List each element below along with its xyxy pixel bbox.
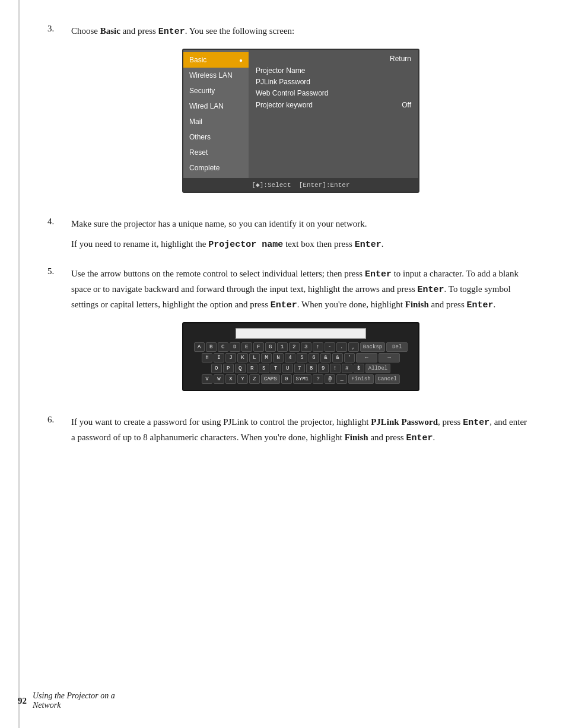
key-question: ?: [313, 374, 323, 384]
key-Z: Z: [249, 374, 260, 384]
key-6: 6: [309, 353, 319, 363]
key-E: E: [241, 342, 252, 352]
page-number: 92: [18, 696, 27, 706]
key-G: G: [265, 342, 276, 352]
key-finish: Finish: [348, 374, 373, 384]
keyword-value: Off: [402, 100, 411, 111]
menu-status-bar: [◆]:Select [Enter]:Enter: [183, 178, 418, 192]
key-dash: -: [325, 342, 335, 352]
kb-row-3: O P Q R S T U 7 8 9 ! # $ AllDel: [188, 364, 414, 373]
enter-code-8: Enter: [406, 433, 433, 443]
step-6: 6. If you want to create a password for …: [47, 415, 530, 446]
key-del: Del: [386, 342, 408, 352]
enter-code-7: Enter: [463, 418, 489, 428]
kb-row-2: H I J K L M N 4 5 6 & & ' ← →: [188, 353, 414, 363]
menu-item-basic-label: Basic: [189, 56, 206, 64]
menu-return-label: Return: [256, 55, 411, 63]
enter-code-5: Enter: [271, 300, 297, 310]
key-cancel: Cancel: [375, 374, 400, 384]
menu-item-wired: Wired LAN: [183, 98, 249, 114]
key-backsp: Backsp: [360, 342, 385, 352]
menu-right-panel: Return Projector Name PJLink Password We…: [249, 50, 418, 178]
enter-code-1: Enter: [158, 27, 185, 37]
key-O: O: [211, 364, 222, 373]
key-quote: ': [344, 353, 355, 363]
keyword-label: Projector keyword: [256, 100, 313, 111]
key-at: @: [325, 374, 335, 384]
projector-name-ref: Projector name: [208, 240, 283, 250]
menu-option-projector-name: Projector Name: [256, 65, 411, 77]
step-5: 5. Use the arrow buttons on the remote c…: [47, 266, 530, 400]
step-4-content: Make sure the projector has a unique nam…: [71, 217, 530, 252]
keyboard-screenshot: A B C D E F G 1 2 3 ↑ - . , Backsp Del H…: [182, 322, 419, 391]
key-D: D: [230, 342, 240, 352]
key-T: T: [271, 364, 281, 373]
key-C: C: [218, 342, 228, 352]
projector-menu-screenshot: Basic ● Wireless LAN Security Wired LAN …: [182, 49, 419, 193]
menu-option-pjlink: PJLink Password: [256, 77, 411, 88]
key-B: B: [206, 342, 217, 352]
key-M: M: [261, 353, 272, 363]
menu-item-others: Others: [183, 129, 249, 145]
key-comma: ,: [348, 342, 359, 352]
key-dollar: $: [354, 364, 364, 373]
page-border-line: [18, 0, 20, 728]
menu-option-keyword: Projector keyword Off: [256, 100, 411, 111]
step-5-number: 5.: [47, 266, 71, 400]
menu-item-wireless: Wireless LAN: [183, 68, 249, 83]
menu-item-basic: Basic ●: [183, 52, 249, 68]
step-6-number: 6.: [47, 415, 71, 446]
key-Q: Q: [235, 364, 246, 373]
key-uparrow: ↑: [313, 342, 323, 352]
key-Y: Y: [237, 374, 248, 384]
page-footer: 92 Using the Projector on a Network: [0, 691, 119, 710]
step-3-content: Choose Basic and press Enter. You see th…: [71, 24, 530, 202]
key-alldel: AllDel: [365, 364, 390, 373]
key-excl: !: [330, 364, 341, 373]
key-J: J: [225, 353, 236, 363]
key-4: 4: [285, 353, 295, 363]
key-9: 9: [318, 364, 329, 373]
step-4-para2: If you need to rename it, highlight the …: [71, 237, 530, 252]
step-5-para1: Use the arrow buttons on the remote cont…: [71, 266, 530, 313]
key-A: A: [194, 342, 205, 352]
key-N: N: [273, 353, 284, 363]
kb-row-4: V W X Y Z CAPS 0 SYM1 ? @ _ Finish Cance…: [188, 374, 414, 384]
key-dot: .: [336, 342, 347, 352]
key-H: H: [202, 353, 212, 363]
key-caps: CAPS: [261, 374, 280, 384]
step-3-text: Choose Basic and press Enter. You see th…: [71, 24, 530, 39]
pjlink-bold: PJLink Password: [371, 417, 438, 427]
key-X: X: [225, 374, 236, 384]
step-6-content: If you want to create a password for usi…: [71, 415, 530, 446]
finish-bold-1: Finish: [405, 300, 429, 309]
key-2: 2: [289, 342, 300, 352]
key-U: U: [282, 364, 293, 373]
key-left: ←: [356, 353, 377, 363]
key-R: R: [247, 364, 257, 373]
kb-row-1: A B C D E F G 1 2 3 ↑ - . , Backsp Del: [188, 342, 414, 352]
enter-code-2: Enter: [355, 240, 381, 250]
step-5-content: Use the arrow buttons on the remote cont…: [71, 266, 530, 400]
key-hash: #: [342, 364, 352, 373]
enter-code-6: Enter: [467, 300, 494, 310]
key-right: →: [379, 353, 400, 363]
key-S: S: [259, 364, 269, 373]
menu-item-reset: Reset: [183, 145, 249, 160]
key-sym1: SYM1: [293, 374, 312, 384]
page-label: Using the Projector on a Network: [33, 691, 119, 710]
step-3: 3. Choose Basic and press Enter. You see…: [47, 24, 530, 202]
key-underscore: _: [336, 374, 347, 384]
enter-code-4: Enter: [418, 285, 444, 295]
key-I: I: [214, 353, 224, 363]
step-4: 4. Make sure the projector has a unique …: [47, 217, 530, 252]
key-5: 5: [297, 353, 307, 363]
key-3: 3: [301, 342, 311, 352]
enter-code-3: Enter: [365, 269, 392, 279]
menu-item-complete: Complete: [183, 160, 249, 176]
key-L: L: [249, 353, 260, 363]
step-4-number: 4.: [47, 217, 71, 252]
key-8: 8: [306, 364, 317, 373]
key-amp2: &: [332, 353, 343, 363]
menu-option-web-control: Web Control Password: [256, 88, 411, 99]
